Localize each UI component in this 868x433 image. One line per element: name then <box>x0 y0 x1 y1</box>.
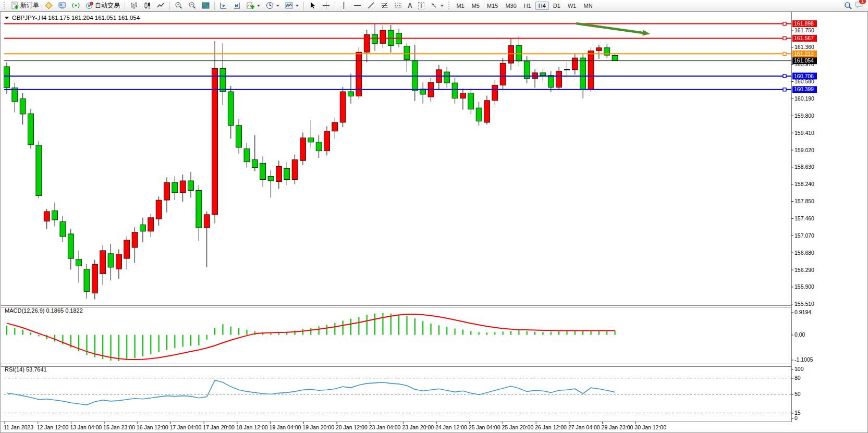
svg-text:161.750: 161.750 <box>794 27 814 33</box>
fibonacci-button[interactable] <box>378 0 391 11</box>
zoom-out-icon <box>188 2 196 9</box>
cursor-arrow-icon <box>309 2 316 9</box>
svg-text:24 Jan 12:00: 24 Jan 12:00 <box>435 424 467 430</box>
svg-text:18 Jan 12:00: 18 Jan 12:00 <box>236 424 268 430</box>
crosshair-button[interactable] <box>320 0 333 11</box>
tf-button-h4[interactable]: H4 <box>535 2 549 10</box>
svg-text:155.510: 155.510 <box>794 301 814 307</box>
candlestick-chart-button[interactable] <box>141 0 154 11</box>
svg-text:158.240: 158.240 <box>794 181 814 187</box>
chart-shift-icon <box>233 2 241 9</box>
dropdown-caret-icon <box>441 5 444 7</box>
new-order-icon <box>11 2 19 9</box>
chart-window: GBPJPY-,H4 161.175 161.204 161.051 161.0… <box>0 11 868 433</box>
periods-button[interactable] <box>263 0 282 11</box>
label-tool-button[interactable]: T <box>415 0 427 11</box>
svg-text:155.900: 155.900 <box>794 283 814 290</box>
tf-button-d1[interactable]: D1 <box>550 2 564 10</box>
text-tool-label: A <box>408 2 412 9</box>
svg-text:12 Jan 12:00: 12 Jan 12:00 <box>37 424 69 430</box>
templates-button[interactable] <box>283 0 301 11</box>
dropdown-caret-icon <box>276 5 279 7</box>
svg-text:80: 80 <box>794 375 801 381</box>
chevron-down-icon <box>5 17 9 19</box>
bar-chart-icon <box>130 2 138 9</box>
svg-text:23 Jan 04:00: 23 Jan 04:00 <box>369 424 401 430</box>
indicators-button[interactable] <box>244 0 263 11</box>
tf-button-m15[interactable]: M15 <box>484 2 501 10</box>
tf-button-m30[interactable]: M30 <box>502 2 519 10</box>
grid-icon <box>394 2 402 9</box>
trendline-icon <box>367 2 375 9</box>
autotrading-icon <box>85 2 93 9</box>
chart-canvas[interactable]: 161.750161.360160.970160.580160.190159.8… <box>1 12 867 432</box>
chart-shift-button[interactable] <box>230 0 243 11</box>
svg-text:161.213: 161.213 <box>794 51 814 57</box>
text-tool-button[interactable]: A <box>405 0 415 11</box>
zoom-in-button[interactable] <box>172 0 185 11</box>
svg-text:29 Jan 23:00: 29 Jan 23:00 <box>602 424 633 430</box>
toolbar-separator <box>169 2 170 10</box>
toolbar-separator <box>335 2 335 10</box>
svg-text:161.567: 161.567 <box>794 35 814 41</box>
toolbar-separator <box>214 2 215 10</box>
template-icon <box>285 2 293 9</box>
search-icon[interactable] <box>844 2 852 9</box>
symbol-ohlc-text: GBPJPY-,H4 161.175 161.204 161.051 161.0… <box>12 15 140 21</box>
svg-text:161.898: 161.898 <box>794 20 814 27</box>
svg-text:157.460: 157.460 <box>794 215 814 221</box>
svg-text:27 Jan 04:00: 27 Jan 04:00 <box>568 424 600 430</box>
arrows-icon <box>430 2 438 9</box>
svg-text:15 Jan 23:00: 15 Jan 23:00 <box>103 424 135 430</box>
dropdown-caret-icon <box>257 5 260 7</box>
trendline-button[interactable] <box>364 0 377 11</box>
svg-text:17 Jan 20:00: 17 Jan 20:00 <box>203 424 235 430</box>
terminal-button[interactable] <box>56 0 69 11</box>
svg-text:0.00: 0.00 <box>794 331 805 338</box>
svg-text:159.800: 159.800 <box>794 113 814 119</box>
notifications-button[interactable]: 1 <box>855 1 863 11</box>
tf-button-m1[interactable]: M1 <box>453 2 467 10</box>
terminal-icon <box>58 2 66 9</box>
svg-text:30 Jan 12:00: 30 Jan 12:00 <box>634 424 666 430</box>
svg-text:25 Jan 20:00: 25 Jan 20:00 <box>502 424 534 430</box>
svg-text:160.190: 160.190 <box>794 95 814 102</box>
candlestick-chart-icon <box>143 2 151 9</box>
signals-button[interactable] <box>69 0 82 11</box>
new-order-button[interactable]: 新订单 <box>8 0 42 11</box>
tf-button-w1[interactable]: W1 <box>565 2 580 10</box>
svg-text:156.680: 156.680 <box>794 250 814 256</box>
tf-button-m5[interactable]: M5 <box>469 2 483 10</box>
horizontal-line-button[interactable] <box>351 0 364 11</box>
svg-text:157.070: 157.070 <box>794 232 814 239</box>
svg-text:0: 0 <box>794 415 798 421</box>
shapes-button[interactable] <box>427 0 446 11</box>
line-chart-button[interactable] <box>154 0 167 11</box>
cursor-button[interactable] <box>306 0 319 11</box>
svg-text:19 Jan 04:00: 19 Jan 04:00 <box>270 424 301 430</box>
autoscroll-icon <box>219 2 227 9</box>
svg-text:161.054: 161.054 <box>794 57 814 64</box>
tile-windows-button[interactable] <box>199 0 212 11</box>
vertical-line-button[interactable] <box>337 0 350 11</box>
toolbar-separator <box>125 2 125 10</box>
channel-grid-button[interactable] <box>392 0 405 11</box>
notification-badge: 1 <box>859 0 866 5</box>
tf-button-h1[interactable]: H1 <box>521 2 534 10</box>
autotrading-button[interactable]: 自动交易 <box>83 0 123 11</box>
autoscroll-button[interactable] <box>217 0 230 11</box>
svg-text:161.360: 161.360 <box>794 44 814 50</box>
svg-text:160.706: 160.706 <box>794 73 814 79</box>
svg-text:160.399: 160.399 <box>794 86 814 92</box>
svg-text:23 Jan 20:00: 23 Jan 20:00 <box>402 424 434 430</box>
toolbar-grip <box>448 2 451 9</box>
svg-text:19 Jan 20:00: 19 Jan 20:00 <box>302 424 334 430</box>
editor-button[interactable] <box>42 0 55 11</box>
zoom-out-button[interactable] <box>186 0 199 11</box>
toolbar-right-group: 1 <box>844 1 866 11</box>
svg-text:25 Jan 04:00: 25 Jan 04:00 <box>469 424 500 430</box>
tf-button-mn[interactable]: MN <box>580 2 595 10</box>
bar-chart-button[interactable] <box>127 0 140 11</box>
gold-diamond-icon <box>45 2 53 9</box>
symbol-ohlc-line[interactable]: GBPJPY-,H4 161.175 161.204 161.051 161.0… <box>5 15 140 21</box>
